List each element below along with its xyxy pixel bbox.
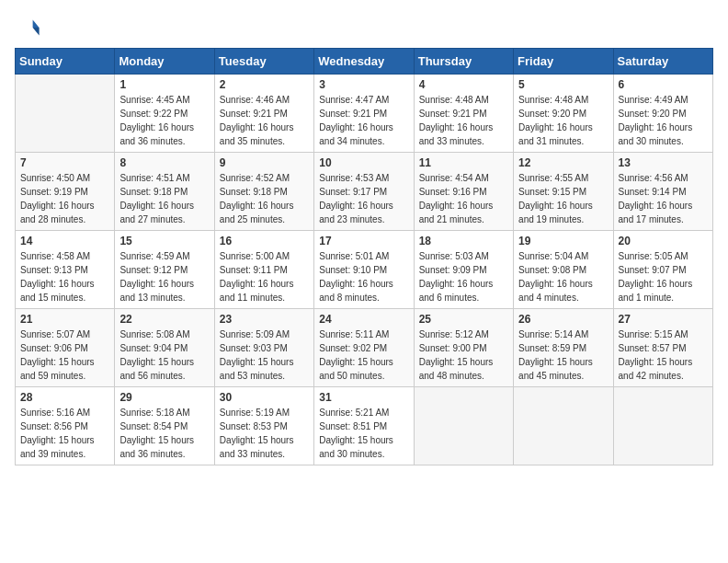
calendar-cell: 13 Sunrise: 4:56 AM Sunset: 9:14 PM Dayl… [613, 153, 712, 231]
day-number: 30 [220, 391, 309, 404]
sunrise: Sunrise: 5:15 AM [619, 329, 688, 339]
svg-marker-1 [33, 28, 40, 35]
daylight: Daylight: 15 hours and 33 minutes. [220, 435, 294, 459]
sunrise: Sunrise: 4:52 AM [220, 173, 290, 183]
sunset: Sunset: 9:06 PM [20, 343, 88, 353]
sunrise: Sunrise: 5:21 AM [319, 408, 389, 418]
calendar-cell: 18 Sunrise: 5:03 AM Sunset: 9:09 PM Dayl… [414, 231, 513, 309]
day-number: 31 [319, 391, 408, 404]
sunrise: Sunrise: 5:14 AM [518, 329, 588, 339]
sunset: Sunset: 9:18 PM [220, 187, 288, 197]
sunset: Sunset: 9:20 PM [518, 109, 586, 119]
day-info: Sunrise: 4:48 AM Sunset: 9:21 PM Dayligh… [419, 93, 508, 148]
sunset: Sunset: 9:07 PM [619, 265, 687, 275]
calendar-cell: 22 Sunrise: 5:08 AM Sunset: 9:04 PM Dayl… [115, 309, 214, 387]
calendar-cell: 6 Sunrise: 4:49 AM Sunset: 9:20 PM Dayli… [613, 75, 712, 153]
calendar-cell: 19 Sunrise: 5:04 AM Sunset: 9:08 PM Dayl… [514, 231, 613, 309]
sunrise: Sunrise: 5:09 AM [220, 329, 290, 339]
daylight: Daylight: 15 hours and 30 minutes. [319, 435, 393, 459]
sunset: Sunset: 9:20 PM [619, 109, 687, 119]
sunrise: Sunrise: 5:11 AM [319, 329, 389, 339]
calendar-week-2: 7 Sunrise: 4:50 AM Sunset: 9:19 PM Dayli… [16, 153, 713, 231]
daylight: Daylight: 15 hours and 45 minutes. [518, 357, 593, 381]
day-info: Sunrise: 5:14 AM Sunset: 8:59 PM Dayligh… [518, 327, 608, 383]
day-info: Sunrise: 4:47 AM Sunset: 9:21 PM Dayligh… [319, 93, 408, 148]
daylight: Daylight: 15 hours and 56 minutes. [119, 357, 194, 381]
sunset: Sunset: 9:22 PM [119, 109, 188, 119]
calendar-cell: 16 Sunrise: 5:00 AM Sunset: 9:11 PM Dayl… [214, 231, 313, 309]
calendar-week-4: 21 Sunrise: 5:07 AM Sunset: 9:06 PM Dayl… [16, 309, 713, 387]
sunrise: Sunrise: 5:19 AM [220, 408, 290, 418]
daylight: Daylight: 15 hours and 42 minutes. [619, 357, 693, 381]
sunrise: Sunrise: 4:45 AM [119, 95, 189, 105]
sunrise: Sunrise: 4:59 AM [119, 251, 189, 261]
day-info: Sunrise: 5:05 AM Sunset: 9:07 PM Dayligh… [619, 249, 708, 304]
day-number: 25 [419, 313, 508, 326]
day-info: Sunrise: 4:54 AM Sunset: 9:16 PM Dayligh… [419, 171, 508, 226]
daylight: Daylight: 15 hours and 48 minutes. [419, 357, 494, 381]
calendar-cell: 4 Sunrise: 4:48 AM Sunset: 9:21 PM Dayli… [414, 75, 513, 153]
calendar-cell: 21 Sunrise: 5:07 AM Sunset: 9:06 PM Dayl… [16, 309, 115, 387]
calendar-week-3: 14 Sunrise: 4:58 AM Sunset: 9:13 PM Dayl… [16, 231, 713, 309]
daylight: Daylight: 15 hours and 36 minutes. [119, 435, 194, 459]
day-number: 21 [20, 313, 109, 326]
daylight: Daylight: 16 hours and 33 minutes. [419, 122, 494, 146]
day-number: 16 [220, 235, 309, 247]
sunrise: Sunrise: 5:12 AM [419, 329, 489, 339]
day-info: Sunrise: 4:53 AM Sunset: 9:17 PM Dayligh… [319, 171, 408, 226]
day-info: Sunrise: 5:15 AM Sunset: 8:57 PM Dayligh… [619, 327, 708, 383]
sunrise: Sunrise: 5:16 AM [20, 408, 90, 418]
calendar-cell: 7 Sunrise: 4:50 AM Sunset: 9:19 PM Dayli… [16, 153, 115, 231]
day-number: 9 [220, 156, 309, 169]
calendar-cell: 30 Sunrise: 5:19 AM Sunset: 8:53 PM Dayl… [214, 387, 313, 465]
sunset: Sunset: 9:16 PM [419, 187, 487, 197]
calendar-cell: 3 Sunrise: 4:47 AM Sunset: 9:21 PM Dayli… [314, 75, 414, 153]
sunset: Sunset: 9:12 PM [119, 265, 188, 275]
day-info: Sunrise: 4:51 AM Sunset: 9:18 PM Dayligh… [119, 171, 209, 226]
day-number: 6 [619, 78, 708, 91]
day-number: 1 [119, 78, 209, 91]
daylight: Daylight: 16 hours and 25 minutes. [220, 201, 294, 224]
calendar-cell [16, 75, 115, 153]
sunset: Sunset: 9:17 PM [319, 187, 387, 197]
sunset: Sunset: 9:21 PM [220, 109, 288, 119]
daylight: Daylight: 16 hours and 21 minutes. [419, 201, 494, 224]
daylight: Daylight: 16 hours and 19 minutes. [518, 201, 593, 224]
calendar-week-1: 1 Sunrise: 4:45 AM Sunset: 9:22 PM Dayli… [16, 75, 713, 153]
calendar-cell: 27 Sunrise: 5:15 AM Sunset: 8:57 PM Dayl… [613, 309, 712, 387]
day-info: Sunrise: 5:07 AM Sunset: 9:06 PM Dayligh… [20, 327, 109, 383]
calendar-cell: 2 Sunrise: 4:46 AM Sunset: 9:21 PM Dayli… [214, 75, 313, 153]
sunrise: Sunrise: 4:47 AM [319, 95, 389, 105]
logo-icon [15, 15, 40, 40]
calendar-cell: 17 Sunrise: 5:01 AM Sunset: 9:10 PM Dayl… [314, 231, 414, 309]
day-info: Sunrise: 5:01 AM Sunset: 9:10 PM Dayligh… [319, 249, 408, 304]
daylight: Daylight: 16 hours and 31 minutes. [518, 122, 593, 146]
day-number: 5 [518, 78, 608, 91]
daylight: Daylight: 16 hours and 6 minutes. [419, 279, 494, 303]
day-info: Sunrise: 4:58 AM Sunset: 9:13 PM Dayligh… [20, 249, 109, 304]
day-info: Sunrise: 4:52 AM Sunset: 9:18 PM Dayligh… [220, 171, 309, 226]
sunset: Sunset: 9:18 PM [119, 187, 188, 197]
day-header-friday: Friday [514, 49, 613, 75]
day-number: 11 [419, 156, 508, 169]
daylight: Daylight: 16 hours and 17 minutes. [619, 201, 693, 224]
sunset: Sunset: 9:15 PM [518, 187, 586, 197]
sunset: Sunset: 9:09 PM [419, 265, 487, 275]
day-info: Sunrise: 5:18 AM Sunset: 8:54 PM Dayligh… [119, 406, 209, 461]
day-info: Sunrise: 5:09 AM Sunset: 9:03 PM Dayligh… [220, 327, 309, 383]
calendar-cell [414, 387, 513, 465]
logo [15, 15, 44, 40]
calendar-cell: 15 Sunrise: 4:59 AM Sunset: 9:12 PM Dayl… [115, 231, 214, 309]
calendar-cell [613, 387, 712, 465]
day-number: 28 [20, 391, 109, 404]
sunset: Sunset: 9:19 PM [20, 187, 88, 197]
page-header [15, 15, 713, 40]
sunset: Sunset: 9:14 PM [619, 187, 687, 197]
daylight: Daylight: 16 hours and 27 minutes. [119, 201, 194, 224]
day-info: Sunrise: 5:00 AM Sunset: 9:11 PM Dayligh… [220, 249, 309, 304]
day-header-thursday: Thursday [414, 49, 513, 75]
sunset: Sunset: 9:10 PM [319, 265, 387, 275]
day-number: 19 [518, 235, 608, 247]
sunrise: Sunrise: 4:50 AM [20, 173, 90, 183]
sunrise: Sunrise: 4:48 AM [518, 95, 588, 105]
